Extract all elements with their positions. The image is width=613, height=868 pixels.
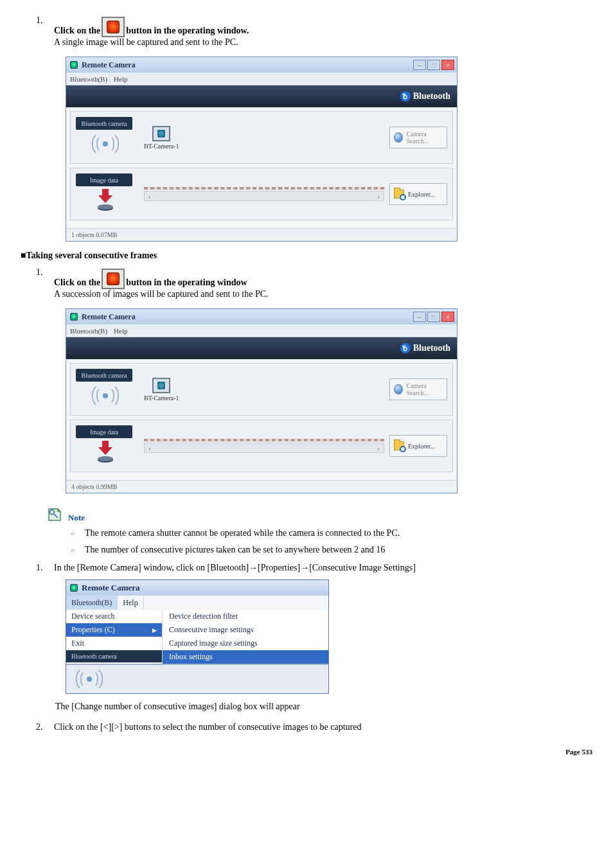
bluetooth-camera-panel: Bluetooth camera BT-Camera-1 Camera Sear… [70, 111, 453, 164]
camera-device-item[interactable]: BT-Camera-1 [144, 126, 179, 150]
window-titlebar: Remote Camera – □ × [66, 57, 457, 73]
brand-header: ␢Bluetooth [66, 337, 457, 359]
instr-sub: A succession of images will be captured … [54, 289, 592, 299]
multi-shot-icon [102, 269, 125, 289]
list-number: 1. [36, 267, 54, 278]
bullet-icon: ○ [71, 528, 75, 540]
menu-bluetooth[interactable]: Bluetooth(B) [70, 75, 107, 83]
brand-label: Bluetooth [413, 91, 450, 102]
instr-post: button in the operating window [126, 278, 247, 288]
note-heading: Note [46, 506, 592, 523]
note-item: The remote camera shutter cannot be oper… [85, 528, 400, 538]
brand-label: Bluetooth [413, 343, 450, 353]
menu-captured-image-size-settings[interactable]: Captured image size settings [163, 637, 328, 650]
menu-bluetooth[interactable]: Bluetooth(B) [70, 327, 107, 335]
remote-camera-window-1: Remote Camera – □ × Bluetooth(B) Help ␢B… [66, 57, 592, 242]
menu-help[interactable]: Help [114, 327, 127, 335]
explorer-label: Explorer... [408, 443, 435, 450]
panel-label: Image data [76, 425, 132, 438]
minimize-icon[interactable]: – [413, 60, 426, 70]
camera-name: BT-Camera-1 [144, 143, 179, 150]
step-1-multi: 1. Click on the button in the operating … [36, 267, 592, 299]
minimize-icon[interactable]: – [413, 312, 426, 322]
camera-search-button[interactable]: Camera Search... [389, 127, 447, 148]
svg-point-8 [87, 677, 92, 682]
page-number: Page 533 [21, 748, 592, 756]
note-icon [46, 506, 63, 523]
scroll-left-icon[interactable]: ‹ [145, 191, 155, 200]
bluetooth-icon: ␢ [400, 91, 411, 102]
scroll-right-icon[interactable]: › [373, 443, 384, 452]
instr-post: button in the operating window. [126, 26, 249, 36]
window-title: Remote Camera [82, 312, 136, 322]
folder-search-icon [394, 190, 404, 199]
note-label: Note [68, 513, 85, 523]
dialog-appear-text: The [Change number of consecutive images… [55, 702, 592, 712]
menu-help[interactable]: Help [114, 75, 127, 83]
menu-bar: Bluetooth(B) Help [66, 73, 457, 85]
panel-label: Bluetooth camera [76, 369, 132, 382]
menu-consecutive-image-settings[interactable]: Consecutive image settings [163, 623, 328, 637]
camera-device-item[interactable]: BT-Camera-1 [144, 378, 179, 402]
remote-camera-window-2: Remote Camera – □ × Bluetooth(B) Help ␢B… [66, 308, 592, 493]
download-icon [91, 186, 120, 215]
note-list: ○The remote camera shutter cannot be ope… [71, 528, 592, 556]
menu-device-search[interactable]: Device search [66, 610, 162, 623]
section-heading: ■Taking several consecutive frames [21, 251, 592, 261]
panel-label: Bluetooth camera [66, 650, 162, 662]
h-scrollbar[interactable]: ‹ › [144, 191, 384, 201]
menu-help[interactable]: Help [118, 596, 143, 610]
bluetooth-icon: ␢ [400, 343, 411, 353]
maximize-icon[interactable]: □ [427, 60, 440, 70]
camera-search-button[interactable]: Camera Search... [389, 378, 447, 400]
step-text: Click on the [<][>] buttons to select th… [54, 722, 592, 732]
panel-label: Image data [76, 173, 132, 186]
menu-bar: Bluetooth(B) Help [66, 596, 328, 610]
thumbnail-strip[interactable] [144, 439, 384, 441]
globe-icon [394, 384, 403, 394]
explorer-button[interactable]: Explorer... [389, 183, 447, 205]
step-settings: 1. In the [Remote Camera] window, click … [36, 563, 592, 573]
scroll-right-icon[interactable]: › [373, 191, 384, 200]
globe-icon [394, 132, 403, 143]
menu-exit[interactable]: Exit [66, 637, 162, 650]
menu-properties[interactable]: Properties (C)▶ [66, 623, 162, 637]
h-scrollbar[interactable]: ‹ › [144, 443, 384, 453]
camera-name: BT-Camera-1 [144, 394, 179, 402]
window-title: Remote Camera [82, 60, 136, 70]
svg-point-2 [98, 204, 113, 209]
menu-bar: Bluetooth(B) Help [66, 324, 457, 337]
menu-inbox-settings[interactable]: Inbox settings [163, 650, 328, 664]
close-icon[interactable]: × [441, 60, 454, 70]
thumbnail-strip[interactable] [144, 187, 384, 190]
download-icon [91, 438, 120, 466]
folder-search-icon [394, 441, 404, 450]
svg-point-3 [103, 393, 108, 398]
camera-search-label: Camera Search... [407, 382, 443, 396]
image-data-panel: Image data ‹ › [70, 420, 453, 472]
properties-submenu: Device detection filter Consecutive imag… [163, 610, 328, 664]
menu-bluetooth[interactable]: Bluetooth(B) [66, 596, 118, 610]
explorer-button[interactable]: Explorer... [389, 435, 447, 457]
brand-header: ␢Bluetooth [66, 85, 457, 107]
status-bar: 4 objects 0.99MB [66, 480, 457, 493]
camera-search-label: Camera Search... [407, 130, 443, 145]
close-icon[interactable]: × [441, 312, 454, 322]
menu-device-detection-filter[interactable]: Device detection filter [163, 610, 328, 623]
app-icon [70, 584, 78, 592]
signal-icon [91, 130, 120, 158]
scroll-left-icon[interactable]: ‹ [145, 443, 155, 452]
signal-icon [91, 382, 120, 410]
list-number: 1. [36, 15, 54, 26]
maximize-icon[interactable]: □ [427, 312, 440, 322]
svg-point-5 [98, 456, 113, 461]
app-icon [70, 313, 78, 321]
single-shot-icon [102, 17, 125, 37]
list-number: 2. [36, 722, 54, 732]
explorer-label: Explorer... [408, 191, 435, 198]
app-icon [70, 61, 78, 69]
status-bar: 1 objects 0.07MB [66, 228, 457, 241]
window-title: Remote Camera [82, 583, 140, 593]
note-item: The number of consecutive pictures taken… [85, 545, 385, 555]
menu-screenshot: Remote Camera Bluetooth(B) Help Device s… [66, 580, 329, 694]
